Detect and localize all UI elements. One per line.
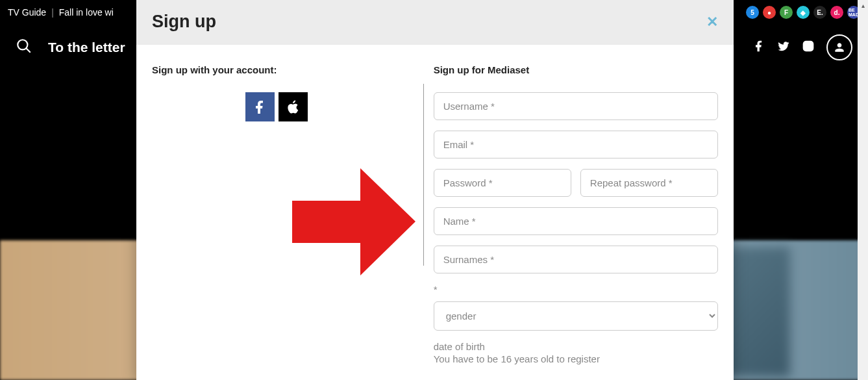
svg-point-4: [811, 43, 812, 44]
surnames-field[interactable]: [434, 246, 718, 273]
password-field[interactable]: [434, 169, 571, 197]
modal-header: Sign up ✕: [136, 0, 734, 45]
form-signup-heading: Sign up for Mediaset: [434, 64, 718, 75]
channel-icon-fdf[interactable]: F: [780, 6, 793, 19]
email-field[interactable]: [434, 131, 718, 158]
repeat-password-field[interactable]: [580, 169, 718, 197]
vertical-divider: [423, 84, 424, 266]
dob-hint: You have to be 16 years old to register: [434, 353, 718, 364]
svg-point-3: [806, 44, 811, 49]
instagram-icon[interactable]: [802, 40, 815, 55]
channel-icon-divinity[interactable]: d.: [830, 6, 843, 19]
name-field[interactable]: [434, 207, 718, 235]
channel-icon-energy[interactable]: E.: [813, 6, 826, 19]
facebook-icon[interactable]: [752, 40, 765, 55]
channel-icon-boing[interactable]: ◆: [797, 6, 810, 19]
promo-text: Fall in love wi: [59, 7, 114, 18]
scroll-up-arrow-icon[interactable]: ▴: [858, 0, 868, 10]
tv-guide-link[interactable]: TV Guide: [8, 7, 46, 18]
separator: |: [51, 7, 54, 18]
channel-icon-cuatro[interactable]: ●: [763, 6, 776, 19]
facebook-signup-button[interactable]: [245, 92, 275, 121]
dob-label: date of birth: [434, 341, 718, 352]
close-icon[interactable]: ✕: [706, 14, 718, 31]
username-field[interactable]: [434, 92, 718, 120]
required-asterisk: *: [434, 284, 718, 295]
search-icon[interactable]: [16, 38, 32, 57]
page-scrollbar[interactable]: ▴: [858, 0, 868, 380]
gender-select[interactable]: gender: [434, 301, 718, 331]
modal-title: Sign up: [152, 12, 216, 32]
channel-icon-5[interactable]: 5: [746, 6, 759, 19]
signup-modal: Sign up ✕ Sign up with your account: Sig…: [136, 0, 734, 380]
user-account-icon[interactable]: [826, 34, 852, 60]
page-title: To the letter: [48, 40, 125, 55]
svg-line-1: [26, 48, 31, 53]
channel-icons: 5 ● F ◆ E. d. BEMAD: [746, 6, 860, 19]
social-signup-heading: Sign up with your account:: [152, 64, 401, 75]
svg-point-0: [18, 40, 27, 49]
twitter-icon[interactable]: [777, 40, 790, 55]
apple-signup-button[interactable]: [279, 92, 308, 121]
